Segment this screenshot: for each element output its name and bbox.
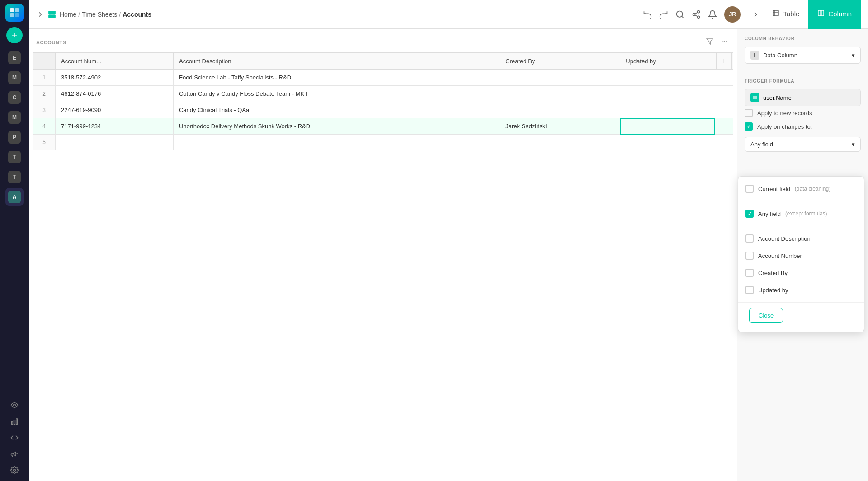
cell-account-desc-5[interactable] [173,135,500,150]
popup-item-created-by[interactable]: Created By [738,264,864,281]
svg-rect-0 [10,8,14,12]
share-button[interactable] [692,10,701,19]
behavior-dropdown[interactable]: Data Column ▾ [745,47,861,64]
breadcrumb-timesheets[interactable]: Time Sheets [82,11,117,18]
cell-account-num-1[interactable]: 3518-572-4902 [56,70,174,86]
sidebar-item-e[interactable]: E [5,49,24,67]
tab-table[interactable]: Table [763,0,808,29]
apply-changes-checkbox[interactable] [745,122,753,131]
user-avatar[interactable]: JR [724,6,741,23]
cell-account-desc-3[interactable]: Candy Clinical Trials - QAa [173,102,500,118]
sidebar-item-m[interactable]: M [5,69,24,87]
cell-updated-by-4[interactable] [620,118,715,135]
sidebar-add-button[interactable]: + [6,27,23,43]
cell-account-num-5[interactable] [56,135,174,150]
svg-point-15 [698,10,700,13]
add-column-button[interactable]: + [716,53,732,69]
right-nav-icon[interactable] [744,0,763,29]
cell-updated-by-3[interactable] [620,102,715,118]
popup-checkbox-updated-by [745,286,754,294]
row-num-3: 3 [33,102,56,118]
popup-item-any-field[interactable]: Any field (except formulas) [738,205,864,222]
cell-account-num-4[interactable]: 7171-999-1234 [56,118,174,135]
cell-updated-by-1[interactable] [620,70,715,86]
popup-section-2: Any field (except formulas) [738,201,864,226]
filter-button[interactable] [704,36,715,49]
cell-updated-by-5[interactable] [620,135,715,150]
col-created-by[interactable]: Created By [500,53,620,70]
tab-column[interactable]: Column [808,0,861,29]
col-account-num[interactable]: Account Num... [56,53,174,70]
undo-button[interactable] [643,10,652,19]
popup-item-account-desc[interactable]: Account Description [738,230,864,247]
notifications-button[interactable] [708,10,717,19]
behavior-dropdown-chevron: ▾ [852,52,855,59]
sidebar-settings-icon[interactable] [7,463,22,477]
sidebar-code-icon[interactable] [7,430,22,445]
data-column-icon [750,51,760,60]
sidebar-item-m2[interactable]: M [5,108,24,126]
sidebar-megaphone-icon[interactable] [7,447,22,461]
popup-item-subtext-current-field: (data cleaning) [795,186,830,192]
popup-item-text-current-field: Current field [758,186,790,192]
behavior-value: Data Column [763,52,797,59]
breadcrumb-home[interactable]: Home [60,11,76,18]
any-field-dropdown[interactable]: Any field ▾ [745,137,861,152]
home-nav-icon[interactable] [48,10,56,19]
sidebar-chart-icon[interactable] [7,414,22,429]
app-logo[interactable] [5,4,24,22]
col-account-desc[interactable]: Account Description [173,53,500,70]
cell-account-num-2[interactable]: 4612-874-0176 [56,86,174,102]
svg-line-19 [695,12,698,14]
cell-created-by-1[interactable] [500,70,620,86]
breadcrumb-sep-1: / [78,11,80,18]
cell-updated-by-2[interactable] [620,86,715,102]
sidebar-item-a[interactable]: A [5,188,24,206]
sidebar-item-t[interactable]: T [5,148,24,166]
cell-account-desc-4[interactable]: Unorthodox Delivery Methods Skunk Works … [173,118,500,135]
search-button[interactable] [675,10,684,19]
table-row: 4 7171-999-1234 Unorthodox Delivery Meth… [33,118,733,135]
table-header-row: Account Num... Account Description Creat… [33,53,733,70]
table-row: 2 4612-874-0176 Cotton Candy v Candy Flo… [33,86,733,102]
cell-account-num-3[interactable]: 2247-619-9090 [56,102,174,118]
cell-created-by-2[interactable] [500,86,620,102]
header: Home / Time Sheets / Accounts JR [29,0,868,29]
cell-created-by-3[interactable] [500,102,620,118]
svg-marker-27 [707,39,712,44]
redo-button[interactable] [659,10,668,19]
svg-rect-12 [52,14,56,18]
table-icon [772,9,779,19]
sidebar-letter-m: M [8,71,21,84]
cell-account-desc-1[interactable]: Food Science Lab - Taffy Specialists - R… [173,70,500,86]
row-num-5: 5 [33,135,56,150]
popup-checkbox-account-num [745,252,754,260]
popup-close-button[interactable]: Close [749,308,783,323]
more-options-button[interactable] [719,36,730,49]
popup-checkbox-created-by [745,269,754,277]
cell-account-desc-2[interactable]: Cotton Candy v Candy Floss Debate Team -… [173,86,500,102]
table-header-actions [704,36,730,49]
popup-checkbox-account-desc [745,234,754,243]
apply-new-records-row: Apply to new records [745,106,861,120]
cell-extra-2 [715,86,733,102]
sidebar-item-p[interactable]: P [5,128,24,146]
sidebar-eye-icon[interactable] [7,398,22,412]
column-behavior-section: COLUMN BEHAVIOR Data Column ▾ [737,29,868,71]
cell-created-by-5[interactable] [500,135,620,150]
apply-new-records-label: Apply to new records [757,110,812,117]
row-num-4: 4 [33,118,56,135]
col-updated-by[interactable]: Updated by [620,53,715,70]
breadcrumb-accounts[interactable]: Accounts [123,11,151,18]
sidebar-item-c[interactable]: C [5,89,24,107]
sidebar-toggle-button[interactable] [36,10,44,19]
cell-created-by-4[interactable]: Jarek Sadziński [500,118,620,135]
sidebar-letter-t2: T [8,171,21,183]
popup-item-account-num[interactable]: Account Number [738,247,864,264]
sidebar-item-t2[interactable]: T [5,168,24,186]
field-dropdown-popup: Current field (data cleaning) Any field … [738,176,864,332]
popup-item-updated-by[interactable]: Updated by [738,281,864,299]
apply-new-records-checkbox[interactable] [745,109,753,117]
popup-item-current-field[interactable]: Current field (data cleaning) [738,180,864,197]
formula-box[interactable]: user.Name [745,89,861,106]
